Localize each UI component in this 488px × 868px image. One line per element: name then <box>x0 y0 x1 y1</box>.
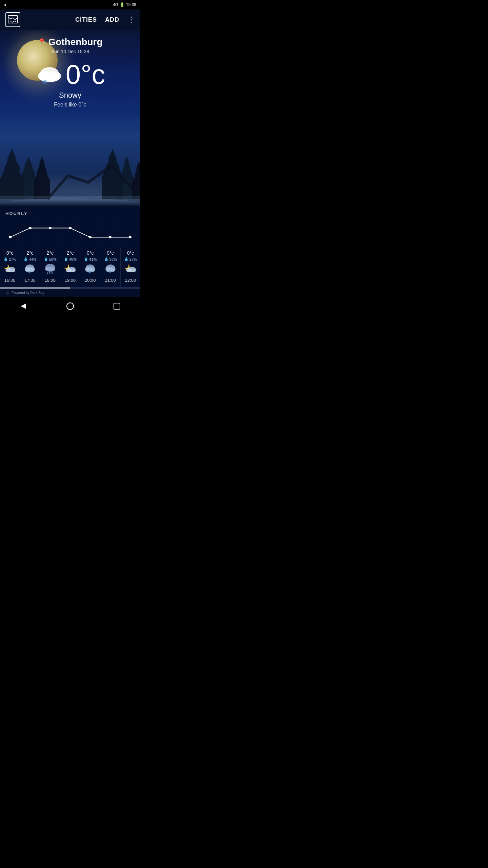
svg-line-38 <box>51 272 52 274</box>
hour-temp-1800: 2°c <box>47 250 54 256</box>
svg-text:❄: ❄ <box>108 270 111 274</box>
hero-section: 📍 Gothenburg Sun 10 Dec 15:38 ❄ 0°c Snow… <box>0 30 140 206</box>
hour-temp-1600: 0°c <box>6 250 13 256</box>
svg-point-26 <box>10 269 15 272</box>
status-icons: 4G 🔋 15:38 <box>113 2 136 7</box>
hour-temp-2000: 0°c <box>87 250 94 256</box>
svg-text:❄: ❄ <box>28 270 31 274</box>
hour-precip-2100: 💧 36% <box>104 257 117 261</box>
city-name: Gothenburg <box>48 37 102 47</box>
condition: Snowy <box>59 91 81 100</box>
back-button[interactable] <box>17 299 30 313</box>
trees-silhouette <box>0 138 140 206</box>
svg-marker-58 <box>21 303 26 309</box>
status-left: ●: <box>4 3 7 7</box>
hour-col-1800: 2°c 💧 50% 18:00 <box>40 248 60 287</box>
darksky-logo: 🌑 <box>5 291 9 295</box>
hour-icon-1700: ❄ <box>24 263 36 276</box>
hour-temp-2200: 0°c <box>127 250 134 256</box>
drop-icon-5: 💧 <box>84 257 88 261</box>
drop-icon-3: 💧 <box>44 257 48 261</box>
more-menu-button[interactable]: ⋮ <box>127 16 135 23</box>
hourly-cols: 0°c 💧 27% 🌙 16:00 2°c 💧 44% <box>0 248 140 287</box>
top-nav: CITIES ADD ⋮ <box>0 9 140 30</box>
svg-text:❄: ❄ <box>42 79 47 85</box>
hour-icon-1600: 🌙 <box>4 263 16 276</box>
hour-icon-2200: 🌙 <box>124 263 137 276</box>
svg-point-57 <box>130 269 136 272</box>
hour-time-2000: 20:00 <box>85 278 96 283</box>
drop-icon-7: 💧 <box>124 257 129 261</box>
svg-line-37 <box>49 272 50 274</box>
bottom-nav <box>0 297 140 316</box>
drop-icon-2: 💧 <box>23 257 28 261</box>
svg-point-22 <box>129 236 131 238</box>
hour-precip-1800: 💧 50% <box>44 257 57 261</box>
svg-point-43 <box>70 269 76 272</box>
indicator-right <box>70 287 140 289</box>
hour-temp-1700: 2°c <box>26 250 33 256</box>
svg-point-17 <box>29 227 32 229</box>
svg-point-35 <box>45 268 55 272</box>
home-button[interactable] <box>63 299 77 313</box>
hour-temp-2100: 0°c <box>107 250 114 256</box>
svg-line-36 <box>47 272 48 274</box>
weather-main: ❄ 0°c <box>35 61 105 88</box>
hero-content: 📍 Gothenburg Sun 10 Dec 15:38 ❄ 0°c Snow… <box>0 30 140 115</box>
hour-icon-2100: ❄ <box>104 263 117 276</box>
hour-time-2200: 22:00 <box>125 278 136 283</box>
hour-col-1700: 2°c 💧 44% ❄ 17:00 <box>20 248 40 287</box>
hourly-label: HOURLY <box>0 206 140 219</box>
hour-time-1600: 16:00 <box>4 278 16 283</box>
hour-time-1800: 18:00 <box>44 278 56 283</box>
hourly-section: HOURLY 0°c 💧 27% <box>0 206 140 297</box>
svg-rect-60 <box>114 303 120 309</box>
drop-icon-4: 💧 <box>64 257 68 261</box>
powered-by-text: Powered by Dark Sky <box>12 291 44 295</box>
hour-temp-1900: 2°c <box>67 250 74 256</box>
hour-icon-1800 <box>44 263 56 276</box>
nav-actions: CITIES ADD ⋮ <box>75 16 135 23</box>
hour-precip-2200: 💧 27% <box>124 257 137 261</box>
weather-icon-large: ❄ <box>35 64 62 85</box>
svg-point-16 <box>9 236 12 238</box>
hour-precip-1900: 💧 46% <box>64 257 77 261</box>
powered-by: 🌑 Powered by Dark Sky <box>0 289 140 297</box>
cities-button[interactable]: CITIES <box>75 16 97 23</box>
hour-precip-1700: 💧 44% <box>23 257 36 261</box>
svg-point-21 <box>109 236 111 238</box>
temperature: 0°c <box>66 61 105 88</box>
date-time: Sun 10 Dec 15:38 <box>51 49 89 54</box>
hour-precip-2000: 💧 41% <box>84 257 97 261</box>
svg-line-39 <box>53 272 53 274</box>
hour-col-1900: 2°c 💧 46% 🌙 19:00 <box>60 248 80 287</box>
hour-icon-1900: 🌙 <box>64 263 76 276</box>
svg-point-59 <box>67 303 74 310</box>
signal-icon: 4G <box>113 2 118 7</box>
hour-col-2200: 0°c 💧 27% 🌙 22:00 <box>121 248 140 287</box>
hour-time-1700: 17:00 <box>24 278 36 283</box>
time-display: 15:38 <box>126 2 136 7</box>
location-pin-icon: 📍 <box>38 38 46 46</box>
hour-time-2100: 21:00 <box>105 278 116 283</box>
city-name-row: 📍 Gothenburg <box>38 37 102 47</box>
battery-icon: 🔋 <box>120 2 125 7</box>
hour-col-1600: 0°c 💧 27% 🌙 16:00 <box>0 248 20 287</box>
temp-chart <box>0 219 140 246</box>
hour-icon-2000: ❄ <box>84 263 96 276</box>
hour-precip-1600: 💧 27% <box>3 257 16 261</box>
feels-like: Feels like 0°c <box>54 102 86 108</box>
indicator-left <box>0 287 70 289</box>
svg-text:❄: ❄ <box>88 270 91 274</box>
hour-col-2100: 0°c 💧 36% ❄ 21:00 <box>100 248 120 287</box>
add-button[interactable]: ADD <box>105 16 119 23</box>
svg-rect-4 <box>0 198 140 206</box>
recents-button[interactable] <box>110 299 124 313</box>
svg-point-20 <box>89 236 92 238</box>
svg-point-1 <box>9 18 11 19</box>
drop-icon-6: 💧 <box>104 257 109 261</box>
app-logo[interactable] <box>5 12 20 27</box>
page-indicator <box>0 287 140 289</box>
hour-col-2000: 0°c 💧 41% ❄ 20:00 <box>80 248 100 287</box>
svg-point-18 <box>49 227 52 229</box>
